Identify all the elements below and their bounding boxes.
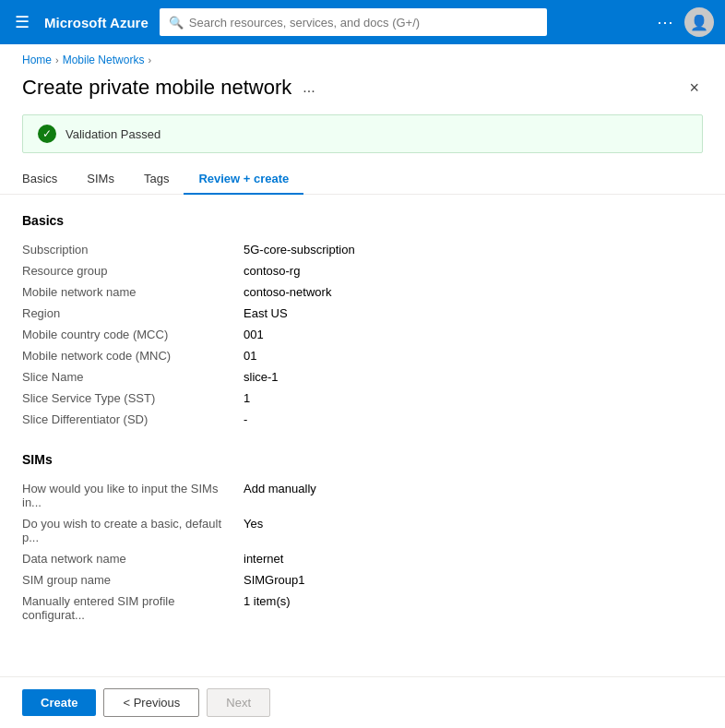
label-create-basic-profile: Do you wish to create a basic, default p… — [22, 513, 244, 548]
label-mcc: Mobile country code (MCC) — [22, 324, 244, 345]
table-row: Slice Differentiator (SD) - — [22, 409, 703, 430]
basics-table: Subscription 5G-core-subscription Resour… — [22, 239, 703, 430]
table-row: Resource group contoso-rg — [22, 260, 703, 281]
table-row: Mobile network code (MNC) 01 — [22, 345, 703, 366]
footer: Create < Previous Next — [0, 676, 725, 728]
nav-more-icon[interactable]: ⋯ — [657, 12, 673, 32]
basics-section: Basics Subscription 5G-core-subscription… — [22, 213, 703, 430]
value-mobile-network-name: contoso-network — [244, 281, 703, 303]
table-row: Mobile country code (MCC) 001 — [22, 324, 703, 345]
value-mnc: 01 — [244, 345, 703, 366]
value-sim-profile-config: 1 item(s) — [244, 591, 703, 626]
close-icon[interactable]: × — [685, 76, 703, 100]
table-row: How would you like to input the SIMs in.… — [22, 478, 703, 513]
search-bar[interactable]: 🔍 — [160, 8, 547, 36]
nav-right: ⋯ 👤 — [657, 7, 714, 37]
value-sim-group-name: SIMGroup1 — [244, 569, 703, 591]
table-row: Region East US — [22, 303, 703, 324]
breadcrumb-sep2: › — [148, 54, 151, 66]
label-mobile-network-name: Mobile network name — [22, 281, 244, 303]
search-input[interactable] — [189, 16, 538, 30]
label-sd: Slice Differentiator (SD) — [22, 409, 244, 430]
page-header: Create private mobile network ... × — [0, 72, 725, 107]
label-mnc: Mobile network code (MNC) — [22, 345, 244, 366]
value-sd: - — [244, 409, 703, 430]
value-resource-group: contoso-rg — [244, 260, 703, 281]
label-region: Region — [22, 303, 244, 324]
table-row: Do you wish to create a basic, default p… — [22, 513, 703, 548]
basics-section-title: Basics — [22, 213, 703, 228]
sims-section: SIMs How would you like to input the SIM… — [22, 452, 703, 626]
value-slice-name: slice-1 — [244, 366, 703, 388]
tab-sims[interactable]: SIMs — [72, 164, 129, 195]
tab-review-create[interactable]: Review + create — [184, 164, 303, 195]
label-sst: Slice Service Type (SST) — [22, 388, 244, 409]
value-mcc: 001 — [244, 324, 703, 345]
breadcrumb-home[interactable]: Home — [22, 54, 52, 66]
avatar[interactable]: 👤 — [684, 7, 714, 37]
validation-check-icon: ✓ — [38, 125, 56, 143]
breadcrumb-mobile-networks[interactable]: Mobile Networks — [63, 54, 145, 66]
sims-table: How would you like to input the SIMs in.… — [22, 478, 703, 626]
label-sim-input-method: How would you like to input the SIMs in.… — [22, 478, 244, 513]
tab-tags[interactable]: Tags — [129, 164, 184, 195]
breadcrumb-sep1: › — [55, 54, 59, 66]
label-data-network-name: Data network name — [22, 548, 244, 569]
table-row: Data network name internet — [22, 548, 703, 569]
label-sim-group-name: SIM group name — [22, 569, 244, 591]
page-title: Create private mobile network — [22, 76, 291, 100]
content-area: Basics Subscription 5G-core-subscription… — [0, 195, 725, 662]
value-subscription: 5G-core-subscription — [244, 239, 703, 260]
validation-text: Validation Passed — [65, 127, 160, 141]
table-row: Slice Service Type (SST) 1 — [22, 388, 703, 409]
table-row: Subscription 5G-core-subscription — [22, 239, 703, 260]
top-nav: ☰ Microsoft Azure 🔍 ⋯ 👤 — [0, 0, 725, 44]
hamburger-icon[interactable]: ☰ — [11, 8, 33, 36]
app-title: Microsoft Azure — [44, 15, 149, 30]
validation-bar: ✓ Validation Passed — [22, 114, 703, 153]
table-row: SIM group name SIMGroup1 — [22, 569, 703, 591]
table-row: Mobile network name contoso-network — [22, 281, 703, 303]
next-button: Next — [207, 688, 270, 717]
value-sim-input-method: Add manually — [244, 478, 703, 513]
value-region: East US — [244, 303, 703, 324]
label-resource-group: Resource group — [22, 260, 244, 281]
previous-button[interactable]: < Previous — [103, 688, 199, 717]
tabs: Basics SIMs Tags Review + create — [0, 164, 725, 195]
create-button[interactable]: Create — [22, 689, 96, 716]
value-create-basic-profile: Yes — [244, 513, 703, 548]
tab-basics[interactable]: Basics — [22, 164, 72, 195]
search-icon: 🔍 — [169, 16, 184, 30]
table-row: Manually entered SIM profile configurat.… — [22, 591, 703, 626]
label-subscription: Subscription — [22, 239, 244, 260]
value-data-network-name: internet — [244, 548, 703, 569]
value-sst: 1 — [244, 388, 703, 409]
page-options-icon[interactable]: ... — [303, 79, 315, 96]
label-slice-name: Slice Name — [22, 366, 244, 388]
sims-section-title: SIMs — [22, 452, 703, 467]
breadcrumb: Home › Mobile Networks › — [0, 44, 725, 72]
label-sim-profile-config: Manually entered SIM profile configurat.… — [22, 591, 244, 626]
table-row: Slice Name slice-1 — [22, 366, 703, 388]
